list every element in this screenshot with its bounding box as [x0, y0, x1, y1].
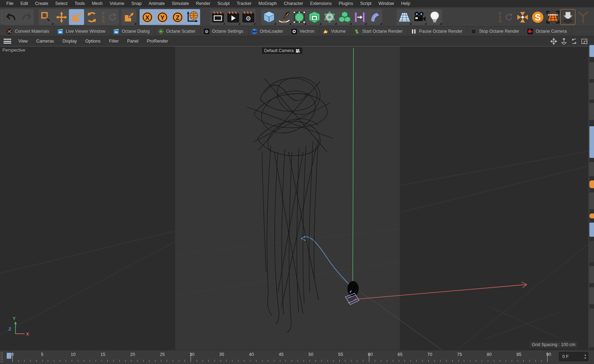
menu-create[interactable]: Create [32, 0, 52, 7]
strip-item[interactable] [589, 62, 594, 79]
vp-menu-display[interactable]: Display [58, 38, 81, 45]
render-view-icon[interactable] [210, 9, 225, 25]
octane-settings-button[interactable]: ⚙ Octane Settings [201, 27, 249, 36]
x-axis-lock-icon[interactable]: X [140, 9, 155, 25]
spline-pen-icon[interactable] [276, 9, 292, 25]
menu-script[interactable]: Script [357, 0, 375, 7]
z-axis-lock-icon[interactable]: Z [170, 9, 185, 25]
timeline-grip[interactable] [0, 352, 3, 363]
menu-select[interactable]: Select [52, 0, 71, 7]
simulate-s-icon[interactable]: S [530, 9, 545, 25]
menu-sculpt[interactable]: Sculpt [214, 0, 233, 7]
vp-menu-cameras[interactable]: Cameras [32, 38, 58, 45]
redo-icon[interactable] [19, 9, 34, 25]
orbx-loader-button[interactable]: OrbxLoader [249, 27, 288, 36]
vp-menu-view[interactable]: View [14, 38, 32, 45]
camera-icon[interactable] [412, 9, 427, 25]
current-frame-field[interactable]: 0 F ▲▼ [559, 352, 588, 361]
camera-object[interactable] [345, 281, 359, 305]
mograph-fracture-icon[interactable] [322, 9, 337, 25]
live-selection-icon[interactable] [39, 9, 54, 25]
scribble-spline-object[interactable] [247, 77, 333, 333]
toolbar-grip[interactable] [0, 9, 3, 24]
vp-menu-options[interactable]: Options [81, 38, 105, 45]
strip-item[interactable] [589, 192, 594, 209]
strip-selected-item[interactable] [589, 126, 594, 158]
active-camera-label[interactable]: Default Camera [262, 47, 302, 54]
strip-item[interactable] [589, 287, 594, 304]
snap-center-icon[interactable] [515, 9, 530, 25]
menu-simulate[interactable]: Simulate [168, 0, 193, 7]
start-octane-render-button[interactable]: Start Octane Render [351, 27, 408, 36]
timeline-playhead[interactable] [7, 353, 11, 359]
psr-transfer-icon[interactable]: PSR [497, 9, 515, 25]
menu-extensions[interactable]: Extensions [307, 0, 335, 7]
render-settings-icon[interactable]: ⚙ [241, 9, 256, 25]
volume-button[interactable]: Volume [320, 27, 351, 36]
menu-help[interactable]: Help [397, 0, 414, 7]
scale-icon[interactable] [69, 9, 84, 25]
drop-to-floor-icon[interactable] [560, 9, 575, 25]
pause-octane-render-button[interactable]: Pause Octane Render [408, 27, 468, 36]
viewport-hamburger-icon[interactable] [4, 39, 11, 44]
octane-scatter-button[interactable]: Octane Scatter [155, 27, 201, 36]
octane-dialog-button[interactable]: Octane Dialog [110, 27, 155, 36]
scene-canvas[interactable]: Y X Z [0, 46, 589, 350]
live-viewer-button[interactable]: Live Viewer Window [55, 27, 110, 36]
strip-item[interactable] [589, 103, 594, 120]
undo-icon[interactable] [4, 9, 19, 25]
vp-menu-filter[interactable]: Filter [105, 38, 123, 45]
convert-materials-button[interactable]: Convert Materials [4, 27, 55, 36]
move-icon[interactable] [54, 9, 69, 25]
menu-mograph[interactable]: MoGraph [255, 0, 280, 7]
vp-menu-panel[interactable]: Panel [123, 38, 142, 45]
menu-plugins[interactable]: Plugins [335, 0, 357, 7]
y-axis-lock-icon[interactable]: Y [155, 9, 170, 25]
cube-primitive-icon[interactable] [261, 9, 276, 25]
strip-item[interactable] [589, 308, 594, 347]
menu-tools[interactable]: Tools [71, 0, 88, 7]
strip-selected-item[interactable] [589, 45, 594, 57]
viewport-rotate-icon[interactable] [571, 38, 577, 45]
strip-item[interactable] [589, 83, 594, 100]
vectron-button[interactable]: Vectron [288, 27, 320, 36]
texture-view-icon[interactable] [545, 9, 560, 25]
strip-orange-item[interactable] [589, 213, 594, 218]
coordinate-system-icon[interactable] [185, 9, 200, 25]
perspective-viewport[interactable]: Y X Z Perspective Default Camera Grid Sp… [0, 46, 589, 350]
timeline-ruler[interactable]: 051015202530354045505560657075808590 [4, 350, 553, 364]
extrude-icon[interactable] [307, 9, 322, 25]
camera-toggle-icon[interactable] [295, 49, 300, 53]
light-icon[interactable] [427, 9, 442, 25]
menu-render[interactable]: Render [192, 0, 214, 7]
frame-spinner[interactable]: ▲▼ [584, 353, 587, 360]
menu-mesh[interactable]: Mesh [88, 0, 106, 7]
floor-icon[interactable] [397, 9, 412, 25]
motion-tracker-icon[interactable] [352, 9, 367, 25]
strip-orange-item[interactable] [589, 180, 594, 188]
menu-snap[interactable]: Snap [128, 0, 145, 7]
cloner-icon[interactable] [337, 9, 352, 25]
scale-tool-icon[interactable] [121, 9, 136, 25]
stop-octane-render-button[interactable]: Stop Octane Render [468, 27, 524, 36]
strip-selected-item[interactable] [589, 223, 594, 237]
strip-item[interactable] [589, 162, 594, 176]
camera-path-spline[interactable] [301, 236, 352, 288]
bend-deformer-icon[interactable] [367, 9, 382, 25]
menu-character[interactable]: Character [280, 0, 307, 7]
menu-window[interactable]: Window [375, 0, 397, 7]
menu-edit[interactable]: Edit [17, 0, 32, 7]
strip-item[interactable] [589, 241, 594, 262]
menu-animate[interactable]: Animate [145, 0, 168, 7]
psr-last-tool-icon[interactable]: PSR [99, 9, 119, 25]
subdivision-surface-icon[interactable] [292, 9, 307, 25]
viewport-toggle-layout-icon[interactable] [581, 38, 588, 45]
viewport-pan-icon[interactable] [550, 38, 557, 45]
rotate-icon[interactable] [84, 9, 99, 25]
menu-file[interactable]: File [3, 0, 17, 7]
menu-tracker[interactable]: Tracker [233, 0, 255, 7]
axis-disabled-icon[interactable] [575, 9, 590, 25]
octane-camera-button[interactable]: Octane Camera [524, 27, 572, 36]
viewport-zoom-icon[interactable] [561, 38, 567, 45]
vp-menu-prorender[interactable]: ProRender [142, 38, 172, 45]
